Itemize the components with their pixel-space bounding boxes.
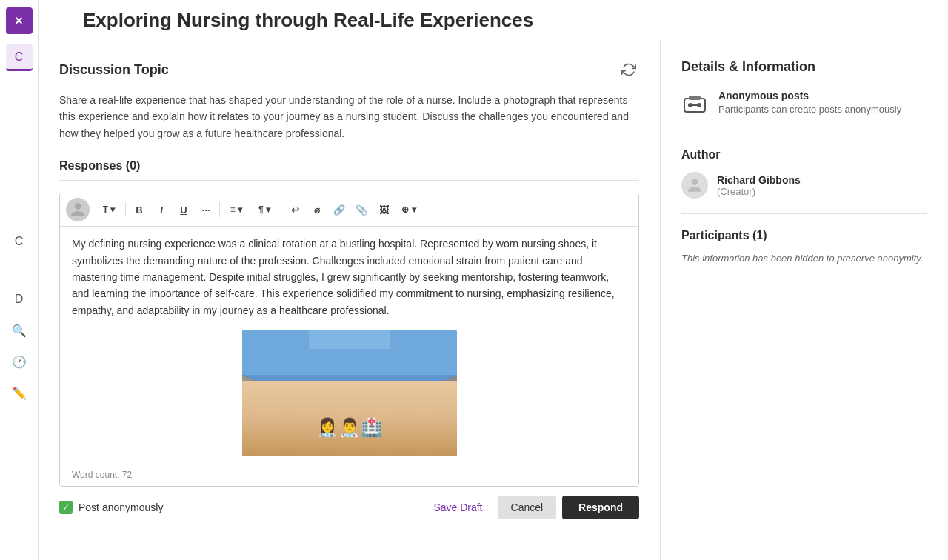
undo-button[interactable]: ↩ (284, 199, 305, 220)
page-title: Exploring Nursing through Real-Life Expe… (83, 9, 533, 32)
editor-image-container (72, 330, 627, 456)
svg-rect-13 (364, 424, 372, 438)
svg-point-22 (688, 103, 692, 107)
author-section: Author Richard Gibbons (Creator) (681, 148, 927, 199)
svg-rect-11 (327, 423, 335, 436)
sidebar-item-edit[interactable]: ✏️ (6, 379, 33, 406)
svg-point-23 (697, 103, 701, 107)
post-anonymous-section: ✓ Post anonymously (59, 501, 163, 514)
sidebar-item-section2[interactable]: C (6, 228, 33, 255)
respond-button[interactable]: Respond (562, 496, 639, 519)
svg-point-16 (380, 425, 393, 439)
svg-point-12 (363, 414, 373, 424)
footer-buttons: Save Draft Cancel Respond (424, 496, 639, 519)
strikethrough-button[interactable]: ⌀ (307, 199, 327, 220)
svg-rect-20 (242, 330, 457, 456)
divider2 (219, 202, 220, 217)
refresh-button[interactable] (618, 59, 639, 80)
editor-footer: ✓ Post anonymously Save Draft Cancel Res… (59, 487, 639, 519)
svg-point-8 (345, 404, 354, 413)
editor-text[interactable]: My defining nursing experience was a cli… (72, 236, 627, 319)
discussions-icon: D (15, 293, 24, 306)
sidebar-item-history[interactable]: 🕐 (6, 348, 33, 375)
word-count: Word count: 72 (60, 465, 638, 486)
main-content: Discussion Topic Share a real-life exper… (39, 41, 948, 560)
image-button[interactable]: 🖼 (373, 199, 394, 220)
divider-participants (681, 213, 927, 214)
svg-marker-3 (242, 375, 287, 456)
svg-rect-19 (429, 401, 451, 438)
svg-point-14 (306, 424, 319, 437)
svg-rect-15 (307, 437, 318, 453)
svg-rect-18 (248, 401, 270, 438)
divider1 (125, 202, 126, 217)
participants-title: Participants (1) (681, 229, 927, 242)
italic-button[interactable]: I (151, 199, 172, 220)
author-avatar (681, 172, 708, 199)
details-title: Details & Information (681, 59, 927, 75)
edit-icon: ✏️ (12, 386, 27, 400)
sidebar-item-courses[interactable]: C (6, 44, 33, 71)
right-panel: Details & Information Anonymous posts Pa… (661, 41, 948, 560)
svg-rect-25 (689, 96, 701, 100)
author-item: Richard Gibbons (Creator) (681, 172, 927, 199)
close-icon: × (15, 13, 23, 29)
responses-header: Responses (0) (59, 159, 639, 181)
author-title: Author (681, 148, 927, 161)
more-options-button[interactable]: ⊕ ▾ (395, 199, 422, 220)
user-avatar (66, 198, 90, 221)
editor-wrapper: T ▾ B I U ··· ≡ ▾ ¶ ▾ ↩ ⌀ 🔗 📎 🖼 ⊕ ▾ (59, 193, 639, 487)
left-panel: Discussion Topic Share a real-life exper… (39, 41, 661, 560)
section2-icon: C (15, 235, 24, 248)
anonymous-posts-description: Participants can create posts anonymousl… (718, 104, 901, 115)
courses-icon: C (15, 50, 24, 64)
editor-content[interactable]: My defining nursing experience was a cli… (60, 227, 638, 465)
svg-rect-9 (347, 413, 353, 423)
author-info: Richard Gibbons (Creator) (717, 174, 801, 197)
link-button[interactable]: 🔗 (329, 199, 350, 220)
participants-section: Participants (1) This information has be… (681, 229, 927, 264)
history-icon: 🕐 (12, 355, 27, 369)
author-name: Richard Gibbons (717, 174, 801, 186)
participants-hidden-message: This information has been hidden to pres… (681, 253, 927, 264)
search-icon: 🔍 (12, 324, 27, 338)
svg-rect-17 (381, 439, 392, 455)
discussion-topic-header: Discussion Topic (59, 59, 639, 80)
anonymous-posts-icon (681, 91, 708, 118)
svg-point-10 (326, 413, 336, 423)
anonymous-posts-text: Anonymous posts Participants can create … (718, 90, 901, 115)
sidebar-item-search[interactable]: 🔍 (6, 317, 33, 344)
author-role: (Creator) (717, 186, 801, 197)
left-sidebar: × C C D 🔍 🕐 ✏️ (0, 0, 39, 560)
sidebar-item-discussions[interactable]: D (6, 286, 33, 313)
svg-marker-4 (413, 375, 457, 456)
divider3 (281, 202, 281, 217)
editor-image (242, 330, 457, 456)
text-format-button[interactable]: T ▾ (96, 199, 122, 220)
discussion-body: Share a real-life experience that has sh… (59, 92, 639, 141)
bold-button[interactable]: B (129, 199, 150, 220)
more-format-button[interactable]: ··· (196, 199, 216, 220)
cancel-button[interactable]: Cancel (498, 496, 557, 519)
underline-button[interactable]: U (173, 199, 194, 220)
editor-toolbar: T ▾ B I U ··· ≡ ▾ ¶ ▾ ↩ ⌀ 🔗 📎 🖼 ⊕ ▾ (60, 193, 638, 227)
attachment-button[interactable]: 📎 (351, 199, 372, 220)
divider-author (681, 133, 927, 133)
discussion-topic-label: Discussion Topic (59, 62, 169, 78)
align-button[interactable]: ≡ ▾ (223, 199, 250, 220)
svg-marker-2 (242, 397, 457, 456)
anonymous-posts-title: Anonymous posts (718, 90, 901, 101)
post-anonymous-label: Post anonymously (79, 501, 163, 513)
top-title-bar: Exploring Nursing through Real-Life Expe… (39, 0, 948, 41)
post-anonymous-checkbox[interactable]: ✓ (59, 501, 73, 514)
save-draft-button[interactable]: Save Draft (424, 496, 491, 519)
paragraph-button[interactable]: ¶ ▾ (251, 199, 278, 220)
close-button[interactable]: × (6, 7, 33, 34)
anonymous-posts-item: Anonymous posts Participants can create … (681, 90, 927, 118)
